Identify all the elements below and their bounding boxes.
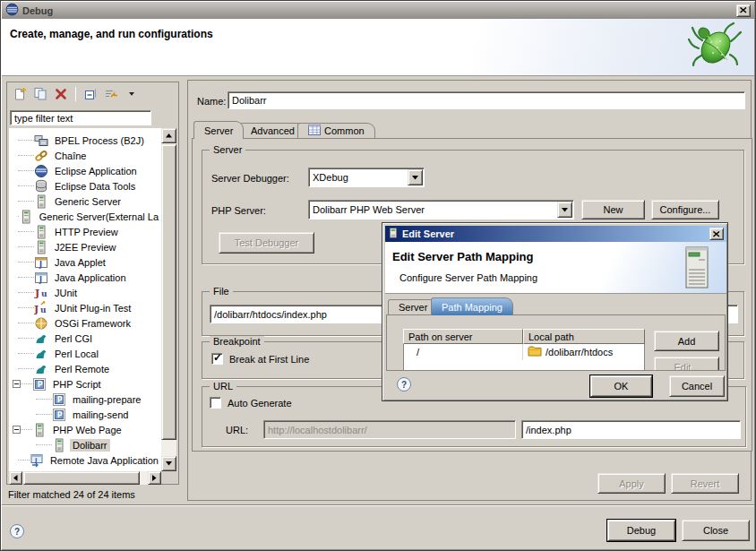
tab-advanced[interactable]: Advanced <box>240 123 305 138</box>
svg-text:u: u <box>41 289 47 298</box>
dialog-close-button[interactable] <box>709 228 724 240</box>
debug-button[interactable]: Debug <box>607 520 675 541</box>
tree-item-chaîne[interactable]: Chaîne <box>9 148 161 163</box>
tree-item-remote-java-application[interactable]: JRemote Java Application <box>9 452 161 468</box>
delete-button[interactable] <box>52 86 70 102</box>
scroll-down-button[interactable] <box>161 456 176 471</box>
tab-server[interactable]: Server <box>193 121 244 139</box>
banner-title: Create, manage, and run configurations <box>10 28 213 40</box>
edit-mapping-button[interactable]: Edit... <box>654 357 719 371</box>
revert-button[interactable]: Revert <box>671 473 739 494</box>
tree-item-j2ee-preview[interactable]: J2EE Preview <box>9 239 161 254</box>
php-script-icon: P <box>32 377 47 392</box>
test-debugger-button[interactable]: Test Debugger <box>219 232 314 254</box>
cancel-button[interactable]: Cancel <box>669 375 725 397</box>
tree-item-java-applet[interactable]: JJava Applet <box>9 254 161 270</box>
tree-line <box>18 185 34 186</box>
tree-horizontal-scrollbar[interactable] <box>9 471 161 485</box>
local-path-cell: /dolibarr/htdocs <box>523 344 644 360</box>
add-mapping-button[interactable]: Add <box>654 331 719 351</box>
tree-item-generic-server-external-la[interactable]: Generic Server(External La <box>9 209 161 224</box>
url-label: URL: <box>226 425 248 435</box>
tree-item-php-web-page[interactable]: PHP Web Page <box>9 422 161 437</box>
tree-item-label: Perl Local <box>52 348 101 360</box>
footer-separator <box>2 504 754 506</box>
tree-item-label: Eclipse Data Tools <box>52 180 138 193</box>
tree-item-bpel-process-b2j-[interactable]: BPEL Process (B2J) <box>9 133 161 148</box>
path-on-server-cell: / <box>404 344 523 360</box>
tree-item-label: JUnit Plug-in Test <box>52 302 133 314</box>
tree-item-junit-plug-in-test[interactable]: JuJUnit Plug-in Test <box>9 300 161 315</box>
tree-item-label: OSGi Framework <box>52 317 133 330</box>
new-config-button[interactable] <box>11 86 29 102</box>
break-first-line-checkbox[interactable] <box>211 353 223 365</box>
tree-item-perl-remote[interactable]: Perl Remote <box>9 361 161 376</box>
tree-item-dolibarr[interactable]: Dolibarr <box>9 437 161 452</box>
tree-item-java-application[interactable]: JJava Application <box>9 270 161 285</box>
tree-item-generic-server[interactable]: Generic Server <box>9 194 161 209</box>
junit-icon: Ju <box>34 286 48 300</box>
tree-item-label: Eclipse Application <box>52 165 140 177</box>
menu-arrow-button[interactable] <box>123 86 141 102</box>
tree-line <box>18 170 34 171</box>
duplicate-button[interactable] <box>31 86 49 102</box>
tree-item-label: mailing-send <box>70 409 131 421</box>
filter-button[interactable] <box>102 86 120 102</box>
perl-icon <box>34 347 48 361</box>
tree-item-label: HTTP Preview <box>52 226 121 238</box>
collapse-expander-icon[interactable] <box>13 426 21 434</box>
url-path-input[interactable] <box>521 420 741 439</box>
path-mapping-row[interactable]: //dolibarr/htdocs <box>404 344 644 360</box>
tree-vertical-scrollbar[interactable] <box>161 128 176 471</box>
server-debugger-combo[interactable]: XDebug <box>308 168 425 187</box>
scroll-thumb[interactable] <box>23 471 140 485</box>
php-file-icon: P <box>52 392 66 407</box>
tree-line <box>36 414 52 415</box>
tree-item-mailing-send[interactable]: Pmailing-send <box>9 407 161 422</box>
tree-item-http-preview[interactable]: HTTP Preview <box>9 224 161 239</box>
window-titlebar[interactable]: Debug <box>2 2 754 19</box>
collapse-all-button[interactable] <box>82 86 99 102</box>
column-header[interactable]: Local path <box>523 329 645 344</box>
tree-item-perl-local[interactable]: Perl Local <box>9 346 161 361</box>
server-icon <box>388 227 399 241</box>
scroll-up-button[interactable] <box>161 128 176 143</box>
dialog-tab-path-mapping[interactable]: Path Mapping <box>431 297 513 315</box>
help-icon[interactable]: ? <box>10 524 24 538</box>
combo-arrow-icon[interactable] <box>557 202 572 218</box>
collapse-expander-icon[interactable] <box>13 380 21 388</box>
osgi-icon <box>34 316 48 331</box>
combo-arrow-icon[interactable] <box>408 169 423 185</box>
ok-button[interactable]: OK <box>590 375 652 397</box>
scroll-left-button[interactable] <box>9 471 22 485</box>
new-server-button[interactable]: New <box>581 200 645 220</box>
name-input[interactable] <box>228 91 745 109</box>
close-button[interactable]: Close <box>682 520 750 541</box>
auto-generate-checkbox[interactable] <box>210 397 221 409</box>
column-header[interactable]: Path on server <box>403 329 523 344</box>
url-group-title: URL <box>210 381 236 392</box>
chain-icon <box>34 149 48 163</box>
tree-item-php-script[interactable]: PPHP Script <box>9 376 161 392</box>
configure-server-button[interactable]: Configure... <box>651 200 719 220</box>
window-close-button[interactable] <box>736 4 751 17</box>
edit-server-titlebar[interactable]: Edit Server <box>385 226 726 242</box>
tree-item-osgi-framework[interactable]: OSGi Framework <box>9 315 161 331</box>
tree-item-perl-cgi[interactable]: Perl CGI <box>9 331 161 346</box>
tree-item-junit[interactable]: JuJUnit <box>9 285 161 300</box>
table-icon <box>308 125 321 137</box>
tree-item-mailing-prepare[interactable]: Pmailing-prepare <box>9 392 161 407</box>
tree-item-label: mailing-prepare <box>70 393 143 406</box>
filter-input[interactable] <box>10 110 151 125</box>
php-server-combo[interactable]: Dolibarr PHP Web Server <box>308 200 574 220</box>
scroll-right-button[interactable] <box>148 471 161 485</box>
tree-item-eclipse-data-tools[interactable]: Eclipse Data Tools <box>9 178 161 194</box>
edit-server-title: Edit Server <box>402 228 454 239</box>
tab-common[interactable]: Common <box>297 123 375 138</box>
tree-item-label: Java Applet <box>52 256 108 269</box>
scroll-thumb[interactable] <box>161 144 176 440</box>
path-mapping-table: Path on serverLocal path //dolibarr/htdo… <box>403 329 645 371</box>
apply-button[interactable]: Apply <box>597 473 666 494</box>
dialog-help-icon[interactable]: ? <box>397 377 411 392</box>
tree-item-eclipse-application[interactable]: Eclipse Application <box>9 163 161 178</box>
